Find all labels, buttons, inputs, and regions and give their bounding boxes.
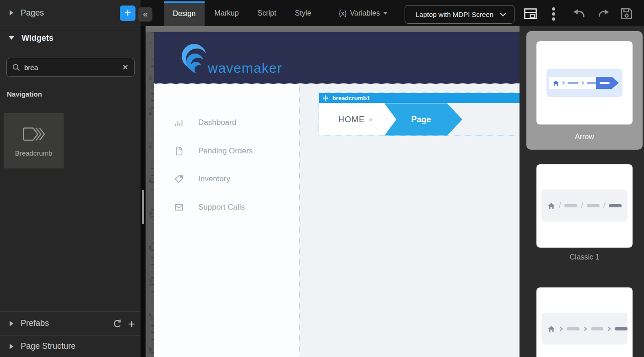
design-canvas: wavemaker Dashboard Pending Orders <box>154 32 520 357</box>
app-main-content: breadcrumb1 HOME » Page <box>300 84 520 357</box>
ruler-label: 100 <box>148 108 152 116</box>
widgets-section-header[interactable]: Widgets <box>0 26 141 50</box>
search-icon <box>12 64 20 71</box>
widget-category-label: Navigation <box>7 90 42 98</box>
ruler-label: 450 <box>148 346 152 354</box>
page-structure-section-header[interactable]: Page Structure <box>0 335 141 357</box>
chevron-right-icon <box>582 326 587 331</box>
variables-dropdown[interactable]: {x} Variables <box>339 0 388 26</box>
ruler-label: 0 <box>148 40 152 48</box>
nav-item-label: Support Calls <box>198 203 245 212</box>
ruler-label: 250 <box>148 211 152 218</box>
breadcrumb-icon <box>21 124 47 144</box>
breadcrumb-tile-label: Breadcrumb <box>15 149 53 157</box>
home-icon <box>552 80 559 86</box>
chevron-down-icon <box>500 12 506 16</box>
slash-separator-icon: / <box>581 201 583 210</box>
selected-widget-container: breadcrumb1 HOME » Page <box>319 93 520 135</box>
nav-item-label: Inventory <box>198 174 230 184</box>
widget-search-input[interactable] <box>24 64 118 71</box>
crumb-placeholder <box>591 327 604 330</box>
crumb-placeholder <box>568 82 579 84</box>
add-page-button[interactable]: + <box>120 5 135 21</box>
tab-markup[interactable]: Markup <box>208 0 245 26</box>
pages-section-header[interactable]: Pages + <box>0 0 141 26</box>
style-option-arrow-preview[interactable] <box>536 41 633 124</box>
refresh-icon[interactable] <box>113 319 123 329</box>
expander-arrow-icon <box>9 36 14 40</box>
prefabs-section-header[interactable]: Prefabs + <box>0 311 141 335</box>
nav-item-pending-orders[interactable]: Pending Orders <box>154 144 300 158</box>
style-option-classic-1[interactable]: / / / <box>536 164 633 248</box>
chevron-right-icon <box>561 81 565 85</box>
toolbar-divider <box>566 5 566 21</box>
style-option-arrow[interactable]: Arrow <box>526 31 643 150</box>
home-icon <box>547 202 555 209</box>
prefabs-label: Prefabs <box>21 319 49 328</box>
move-icon <box>323 95 329 101</box>
wavemaker-studio-window: Design Markup Script Style {x} Variables… <box>0 0 644 357</box>
layout-icon <box>524 8 537 19</box>
chevron-down-icon <box>383 12 388 15</box>
crumb-placeholder <box>564 204 577 207</box>
ruler-label: 300 <box>148 244 152 252</box>
bar-chart-icon <box>174 118 184 128</box>
kebab-menu-icon <box>552 7 555 21</box>
more-options-button[interactable] <box>546 6 561 21</box>
collapse-sidebar-button[interactable]: « <box>138 7 152 22</box>
nav-item-label: Dashboard <box>198 118 236 127</box>
crumb-placeholder-active <box>615 327 628 330</box>
style-option-classic-2[interactable] <box>536 287 633 357</box>
tab-design[interactable]: Design <box>164 1 205 26</box>
tab-script[interactable]: Script <box>253 0 281 26</box>
home-icon <box>547 325 555 332</box>
chevron-right-icon <box>580 81 584 85</box>
vertical-ruler: 0 50 100 150 200 250 300 350 400 450 <box>146 32 154 357</box>
breadcrumb-item-home[interactable]: HOME <box>336 103 368 135</box>
horizontal-ruler <box>146 26 520 32</box>
chevron-right-icon <box>606 326 611 331</box>
style-option-label: Arrow <box>526 133 643 141</box>
add-prefab-button[interactable]: + <box>128 319 135 329</box>
ruler-label: 50 <box>148 74 152 82</box>
wavemaker-logo-icon <box>181 43 208 83</box>
tag-icon <box>174 174 184 184</box>
device-preview-value: Laptop with MDPI Screen <box>416 11 493 18</box>
redo-button[interactable] <box>595 6 611 21</box>
classic1-style-thumbnail: / / / <box>541 189 628 222</box>
crumb-placeholder-active <box>609 204 622 207</box>
variables-braces-icon: {x} <box>339 9 347 17</box>
breadcrumb-widget-tile[interactable]: Breadcrumb <box>4 113 64 168</box>
widget-style-panel: Arrow / / / Classic 1 <box>520 26 644 357</box>
document-icon <box>174 146 184 156</box>
clear-search-icon[interactable]: ✕ <box>122 63 129 72</box>
selected-widget-name: breadcrumb1 <box>332 95 370 102</box>
save-button[interactable] <box>619 6 634 21</box>
nav-item-label: Pending Orders <box>198 146 253 156</box>
layout-switch-button[interactable] <box>523 6 538 21</box>
nav-item-inventory[interactable]: Inventory <box>154 172 300 186</box>
variables-label: Variables <box>350 9 380 17</box>
classic2-style-thumbnail <box>541 313 628 345</box>
expander-arrow-icon <box>10 10 13 16</box>
brand-name: wavemaker <box>208 60 282 76</box>
breadcrumb-widget: HOME » Page <box>319 103 520 135</box>
envelope-icon <box>174 202 184 212</box>
double-chevron-icon: » <box>368 103 373 135</box>
nav-item-dashboard[interactable]: Dashboard <box>154 116 300 130</box>
nav-item-support-calls[interactable]: Support Calls <box>154 200 300 214</box>
expander-arrow-icon <box>10 321 13 326</box>
tab-style[interactable]: Style <box>290 0 316 26</box>
ruler-label: 350 <box>148 279 152 287</box>
widget-selection-handle[interactable]: breadcrumb1 <box>319 93 520 103</box>
crumb-placeholder <box>567 327 579 330</box>
slash-separator-icon: / <box>603 201 605 210</box>
breadcrumb-item-page[interactable]: Page <box>403 103 439 135</box>
ruler-label: 150 <box>148 142 152 150</box>
undo-icon <box>572 7 587 20</box>
save-icon <box>620 7 633 21</box>
sidebar-scrollbar-thumb[interactable] <box>142 190 144 224</box>
undo-button[interactable] <box>572 6 587 21</box>
widget-search-box: ✕ <box>6 58 135 77</box>
device-preview-select[interactable]: Laptop with MDPI Screen <box>405 5 514 24</box>
